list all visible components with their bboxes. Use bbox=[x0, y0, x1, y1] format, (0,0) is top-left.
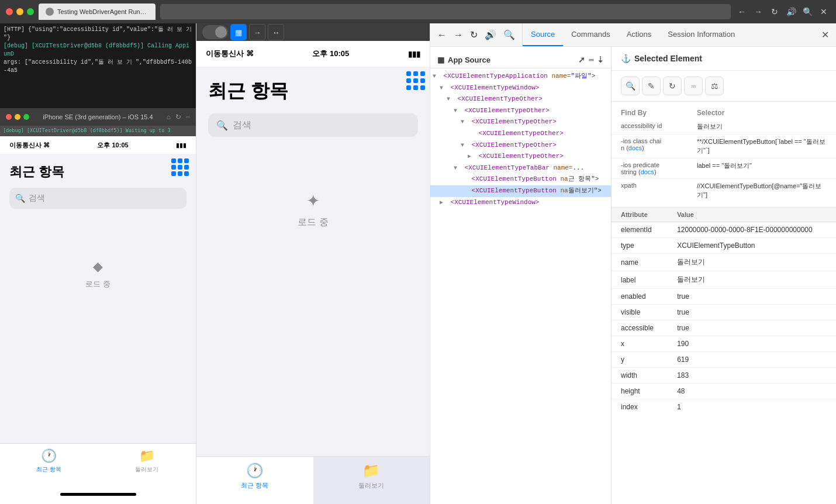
app-screen[interactable]: 이동통신사 ⌘ 오후 10:05 ▮▮▮ bbox=[196, 41, 430, 504]
tree-item[interactable]: ▼ <XCUIElementTypeOther> bbox=[430, 94, 611, 105]
search-button[interactable]: 🔍 bbox=[801, 5, 814, 18]
toggle-switch[interactable] bbox=[202, 25, 228, 39]
ios-battery: ▮▮▮ bbox=[176, 142, 186, 149]
address-bar[interactable] bbox=[160, 4, 731, 19]
docs-link-predicate[interactable]: docs bbox=[641, 168, 654, 175]
property-row: y619 bbox=[612, 352, 836, 368]
ios-time: 오후 10:05 bbox=[97, 141, 128, 150]
app-search-bar[interactable]: 🔍 검색 bbox=[208, 113, 418, 137]
tab-session-info[interactable]: Session Information bbox=[659, 23, 743, 46]
grid-dot bbox=[420, 71, 425, 76]
inspector-close-button[interactable]: ✕ bbox=[814, 23, 836, 46]
app-tab-recent[interactable]: 🕐 최근 항목 bbox=[196, 457, 313, 504]
inspector-nav: ← → ↻ 🔊 🔍 bbox=[430, 23, 523, 46]
grid-dot bbox=[171, 165, 176, 170]
property-key: height bbox=[612, 384, 668, 399]
tab-actions[interactable]: Actions bbox=[619, 23, 660, 46]
app-title: 최근 항목 bbox=[208, 78, 418, 104]
grid-dot bbox=[406, 85, 411, 90]
toggle-knob bbox=[215, 26, 227, 38]
app-content[interactable]: 최근 항목 🔍 검색 ✦ 로드 중 bbox=[196, 67, 430, 456]
app-grid-button[interactable] bbox=[406, 71, 425, 90]
fullscreen-window-button[interactable] bbox=[27, 8, 34, 15]
property-row: enabledtrue bbox=[612, 289, 836, 305]
close-button[interactable]: ✕ bbox=[817, 5, 830, 18]
tree-item[interactable]: ▼ <XCUIElementTypeOther> bbox=[430, 140, 611, 151]
nav-refresh-button[interactable]: ↻ bbox=[468, 27, 480, 43]
sel-value-xpath: //XCUIElementTypeButton[@name="돌러보기"] bbox=[697, 182, 827, 199]
device-fullscreen[interactable] bbox=[23, 114, 29, 120]
sel-value-predicate: label == "돌러보기" bbox=[697, 161, 827, 170]
property-value: 619 bbox=[668, 352, 836, 368]
property-key: accessible bbox=[612, 320, 668, 336]
loading-text: 로드 중 bbox=[85, 279, 110, 289]
action-delete-button[interactable]: ⚖ bbox=[705, 77, 724, 95]
ios-grid-btn[interactable] bbox=[171, 158, 189, 176]
device-header: iPhone SE (3rd generation) – iOS 15.4 ⌂ … bbox=[0, 108, 196, 126]
forward-button[interactable]: → bbox=[752, 5, 765, 18]
selector-row-accessibility: accessibility id 돌러보기 bbox=[612, 119, 836, 134]
external-link-icon[interactable]: ➚ bbox=[578, 55, 585, 64]
download-icon[interactable]: ⇣ bbox=[597, 55, 604, 64]
app-carrier: 이동통신사 ⌘ bbox=[206, 49, 254, 59]
action-copy-button[interactable]: ⎓ bbox=[684, 77, 703, 95]
property-value: XCUIElementTypeButton bbox=[668, 238, 836, 254]
ios-tab-recent[interactable]: 🕐 최근 항목 bbox=[0, 448, 98, 474]
app-loading-text: 로드 중 bbox=[298, 216, 328, 229]
element-header: ⚓ Selected Element bbox=[612, 47, 836, 71]
tree-item[interactable]: ▼ <XCUIElementTypeOther> bbox=[430, 105, 611, 117]
property-row: index1 bbox=[612, 399, 836, 415]
right-panel: ← → ↻ 🔊 🔍 Source Commands Actions Sessio… bbox=[430, 23, 836, 504]
ios-tab-browse[interactable]: 📁 둘러보기 bbox=[98, 448, 196, 474]
tree-item[interactable]: ▶ <XCUIElementTypeWindow> bbox=[430, 197, 611, 209]
property-value: true bbox=[668, 320, 836, 336]
grid-dot bbox=[184, 171, 189, 176]
read-aloud-button[interactable]: 🔊 bbox=[785, 5, 797, 18]
tree-item[interactable]: ▼ <XCUIElementTypeApplication name="파일"> bbox=[430, 71, 611, 82]
device-close[interactable] bbox=[6, 114, 12, 120]
action-search-button[interactable]: 🔍 bbox=[621, 77, 640, 95]
copy-icon[interactable]: ⎓ bbox=[589, 55, 593, 64]
select-tool-button[interactable]: ▦ bbox=[230, 24, 247, 40]
tree-item[interactable]: <XCUIElementTypeButton na근 항목"> bbox=[430, 174, 611, 185]
action-edit-button[interactable]: ✎ bbox=[642, 77, 661, 95]
ios-content[interactable]: 최근 항목 🔍 검색 ◆ 로드 중 bbox=[0, 154, 196, 443]
back-button[interactable]: ← bbox=[735, 5, 748, 18]
ios-search-bar[interactable]: 🔍 검색 bbox=[9, 188, 186, 209]
browser-tab[interactable]: Testing WebDriverAgent Runner bbox=[39, 4, 156, 20]
source-header: ▦ App Source ➚ ⎓ ⇣ bbox=[430, 51, 611, 68]
app-tab-browse[interactable]: 📁 둘러보기 bbox=[313, 457, 430, 504]
grid-dot bbox=[420, 78, 425, 83]
tree-item[interactable]: ▼ <XCUIElementTypeOther> bbox=[430, 116, 611, 128]
main-area: [HTTP] {"using":"accessibility id","valu… bbox=[0, 23, 836, 504]
app-search-placeholder: 검색 bbox=[233, 119, 251, 132]
tree-item[interactable]: <XCUIElementTypeOther> bbox=[430, 128, 611, 140]
docs-link-ios-class[interactable]: docs bbox=[628, 144, 642, 151]
tree-item[interactable]: ▼ <XCUIElementTypeWindow> bbox=[430, 82, 611, 94]
property-key: name bbox=[612, 254, 668, 271]
refresh-button[interactable]: ↻ bbox=[768, 5, 781, 18]
tree-item[interactable]: ▼ <XCUIElementTypeTabBar name=... bbox=[430, 163, 611, 174]
close-window-button[interactable] bbox=[6, 8, 13, 15]
nav-read-aloud-button[interactable]: 🔊 bbox=[482, 27, 499, 43]
tree-item-selected[interactable]: <XCUIElementTypeButton na돌러보기"> bbox=[430, 185, 611, 197]
device-minimize[interactable] bbox=[15, 114, 20, 120]
minimize-window-button[interactable] bbox=[16, 8, 23, 15]
property-key: visible bbox=[612, 305, 668, 320]
tab-commands[interactable]: Commands bbox=[563, 23, 618, 46]
nav-back-button[interactable]: ← bbox=[435, 27, 449, 43]
arrow-tool-button[interactable]: → bbox=[249, 24, 265, 40]
source-header-icons: ➚ ⎓ ⇣ bbox=[578, 55, 604, 64]
action-refresh-button[interactable]: ↻ bbox=[663, 77, 682, 95]
tree-item[interactable]: ▶ <XCUIElementTypeOther> bbox=[430, 151, 611, 163]
terminal-line-2: [debug] [XCUITestDriver@d5b8 (df8bbdf5)]… bbox=[4, 42, 192, 58]
nav-search-button[interactable]: 🔍 bbox=[501, 27, 517, 43]
expand-tool-button[interactable]: ↔ bbox=[268, 24, 284, 40]
grid-dot bbox=[178, 158, 182, 163]
nav-forward-button[interactable]: → bbox=[451, 27, 465, 43]
home-bar bbox=[60, 493, 136, 496]
tab-source[interactable]: Source bbox=[523, 23, 563, 46]
property-key: index bbox=[612, 399, 668, 415]
properties-table: Attribute Value elementId12000000-0000-0… bbox=[612, 208, 836, 415]
property-value: 돌러보기 bbox=[668, 254, 836, 271]
